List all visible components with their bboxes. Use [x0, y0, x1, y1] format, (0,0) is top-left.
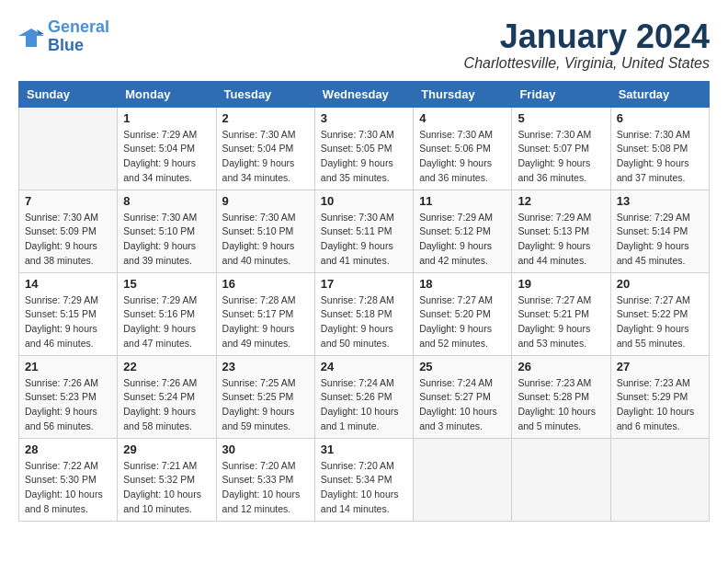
- sunset-text: Sunset: 5:28 PM: [518, 391, 589, 402]
- sunrise-text: Sunrise: 7:30 AM: [123, 212, 197, 223]
- calendar-cell: 27 Sunrise: 7:23 AM Sunset: 5:29 PM Dayl…: [610, 355, 709, 438]
- sunset-text: Sunset: 5:10 PM: [222, 225, 294, 236]
- day-info: Sunrise: 7:30 AM Sunset: 5:08 PM Dayligh…: [617, 128, 703, 186]
- day-info: Sunrise: 7:29 AM Sunset: 5:15 PM Dayligh…: [25, 293, 111, 351]
- daylight-text: Daylight: 9 hours and 47 minutes.: [123, 323, 196, 349]
- day-info: Sunrise: 7:22 AM Sunset: 5:30 PM Dayligh…: [25, 459, 111, 517]
- sunrise-text: Sunrise: 7:29 AM: [123, 294, 197, 305]
- logo: GeneralBlue: [18, 18, 109, 55]
- sunrise-text: Sunrise: 7:22 AM: [25, 460, 98, 471]
- daylight-text: Daylight: 10 hours and 5 minutes.: [518, 406, 596, 431]
- sunrise-text: Sunrise: 7:30 AM: [321, 129, 394, 140]
- sunrise-text: Sunrise: 7:24 AM: [321, 377, 394, 388]
- calendar-week-row: 21 Sunrise: 7:26 AM Sunset: 5:23 PM Dayl…: [19, 355, 710, 438]
- sunrise-text: Sunrise: 7:29 AM: [25, 294, 98, 305]
- day-info: Sunrise: 7:29 AM Sunset: 5:04 PM Dayligh…: [123, 128, 210, 186]
- sunrise-text: Sunrise: 7:30 AM: [518, 129, 591, 140]
- daylight-text: Daylight: 9 hours and 58 minutes.: [123, 406, 196, 431]
- calendar-cell: 10 Sunrise: 7:30 AM Sunset: 5:11 PM Dayl…: [314, 190, 413, 272]
- day-number: 18: [419, 277, 506, 291]
- sunrise-text: Sunrise: 7:29 AM: [123, 129, 197, 140]
- day-number: 28: [25, 442, 111, 456]
- day-info: Sunrise: 7:20 AM Sunset: 5:33 PM Dayligh…: [222, 459, 309, 517]
- sunset-text: Sunset: 5:30 PM: [25, 474, 97, 485]
- weekday-header: Monday: [118, 81, 216, 107]
- day-info: Sunrise: 7:27 AM Sunset: 5:22 PM Dayligh…: [617, 293, 703, 351]
- sunrise-text: Sunrise: 7:29 AM: [518, 212, 591, 223]
- calendar-cell: 16 Sunrise: 7:28 AM Sunset: 5:17 PM Dayl…: [216, 272, 314, 355]
- sunrise-text: Sunrise: 7:27 AM: [419, 294, 493, 305]
- day-number: 30: [222, 442, 309, 456]
- sunrise-text: Sunrise: 7:26 AM: [123, 377, 197, 388]
- sunrise-text: Sunrise: 7:29 AM: [617, 212, 690, 223]
- weekday-header: Thursday: [414, 81, 512, 107]
- calendar-cell: [610, 438, 709, 521]
- sunset-text: Sunset: 5:04 PM: [123, 143, 195, 154]
- sunrise-text: Sunrise: 7:23 AM: [518, 377, 591, 388]
- day-info: Sunrise: 7:30 AM Sunset: 5:09 PM Dayligh…: [25, 211, 111, 269]
- sunset-text: Sunset: 5:26 PM: [321, 391, 392, 402]
- calendar-cell: [414, 438, 512, 521]
- sunset-text: Sunset: 5:21 PM: [518, 308, 589, 319]
- daylight-text: Daylight: 10 hours and 14 minutes.: [321, 488, 399, 514]
- sunrise-text: Sunrise: 7:28 AM: [321, 294, 394, 305]
- daylight-text: Daylight: 9 hours and 53 minutes.: [518, 323, 590, 349]
- sunset-text: Sunset: 5:17 PM: [222, 308, 294, 319]
- weekday-header: Wednesday: [314, 81, 413, 107]
- daylight-text: Daylight: 9 hours and 46 minutes.: [25, 323, 97, 349]
- calendar-cell: 28 Sunrise: 7:22 AM Sunset: 5:30 PM Dayl…: [19, 438, 118, 521]
- day-info: Sunrise: 7:28 AM Sunset: 5:18 PM Dayligh…: [321, 293, 407, 351]
- calendar-week-row: 7 Sunrise: 7:30 AM Sunset: 5:09 PM Dayli…: [19, 190, 710, 272]
- daylight-text: Daylight: 10 hours and 8 minutes.: [25, 488, 103, 514]
- day-number: 26: [518, 360, 604, 373]
- sunset-text: Sunset: 5:10 PM: [123, 225, 195, 236]
- calendar-table: SundayMondayTuesdayWednesdayThursdayFrid…: [18, 81, 710, 522]
- day-number: 3: [321, 111, 407, 125]
- calendar-cell: 5 Sunrise: 7:30 AM Sunset: 5:07 PM Dayli…: [512, 107, 610, 190]
- sunrise-text: Sunrise: 7:30 AM: [222, 212, 296, 223]
- calendar-cell: 24 Sunrise: 7:24 AM Sunset: 5:26 PM Dayl…: [314, 355, 413, 438]
- calendar-cell: 23 Sunrise: 7:25 AM Sunset: 5:25 PM Dayl…: [216, 355, 314, 438]
- daylight-text: Daylight: 9 hours and 34 minutes.: [222, 157, 295, 183]
- calendar-cell: 17 Sunrise: 7:28 AM Sunset: 5:18 PM Dayl…: [314, 272, 413, 355]
- calendar-week-row: 28 Sunrise: 7:22 AM Sunset: 5:30 PM Dayl…: [19, 438, 710, 521]
- day-info: Sunrise: 7:29 AM Sunset: 5:14 PM Dayligh…: [617, 211, 703, 269]
- page-header: GeneralBlue January 2024 Charlottesville…: [18, 18, 710, 72]
- day-number: 17: [321, 277, 407, 291]
- daylight-text: Daylight: 9 hours and 38 minutes.: [25, 240, 97, 266]
- calendar-cell: 6 Sunrise: 7:30 AM Sunset: 5:08 PM Dayli…: [610, 107, 709, 190]
- sunset-text: Sunset: 5:18 PM: [321, 308, 392, 319]
- day-info: Sunrise: 7:26 AM Sunset: 5:24 PM Dayligh…: [123, 376, 210, 434]
- sunrise-text: Sunrise: 7:30 AM: [419, 129, 493, 140]
- day-number: 8: [123, 194, 210, 208]
- day-number: 20: [617, 277, 703, 291]
- calendar-cell: 25 Sunrise: 7:24 AM Sunset: 5:27 PM Dayl…: [414, 355, 512, 438]
- day-number: 23: [222, 360, 309, 373]
- sunset-text: Sunset: 5:25 PM: [222, 391, 294, 402]
- calendar-cell: 2 Sunrise: 7:30 AM Sunset: 5:04 PM Dayli…: [216, 107, 314, 190]
- day-info: Sunrise: 7:23 AM Sunset: 5:28 PM Dayligh…: [518, 376, 604, 434]
- day-number: 29: [123, 442, 210, 456]
- day-info: Sunrise: 7:20 AM Sunset: 5:34 PM Dayligh…: [321, 459, 407, 517]
- calendar-cell: 22 Sunrise: 7:26 AM Sunset: 5:24 PM Dayl…: [118, 355, 216, 438]
- sunset-text: Sunset: 5:15 PM: [25, 308, 97, 319]
- logo-text: GeneralBlue: [48, 18, 109, 55]
- sunset-text: Sunset: 5:29 PM: [617, 391, 688, 402]
- calendar-cell: 8 Sunrise: 7:30 AM Sunset: 5:10 PM Dayli…: [118, 190, 216, 272]
- sunset-text: Sunset: 5:23 PM: [25, 391, 97, 402]
- sunrise-text: Sunrise: 7:21 AM: [123, 460, 197, 471]
- day-info: Sunrise: 7:21 AM Sunset: 5:32 PM Dayligh…: [123, 459, 210, 517]
- weekday-header: Tuesday: [216, 81, 314, 107]
- day-info: Sunrise: 7:26 AM Sunset: 5:23 PM Dayligh…: [25, 376, 111, 434]
- day-info: Sunrise: 7:24 AM Sunset: 5:27 PM Dayligh…: [419, 376, 506, 434]
- sunset-text: Sunset: 5:05 PM: [321, 143, 392, 154]
- day-info: Sunrise: 7:30 AM Sunset: 5:06 PM Dayligh…: [419, 128, 506, 186]
- day-number: 19: [518, 277, 604, 291]
- day-number: 14: [25, 277, 111, 291]
- title-block: January 2024 Charlottesville, Virginia, …: [464, 18, 710, 72]
- sunrise-text: Sunrise: 7:30 AM: [222, 129, 296, 140]
- daylight-text: Daylight: 9 hours and 41 minutes.: [321, 240, 393, 266]
- sunset-text: Sunset: 5:24 PM: [123, 391, 195, 402]
- calendar-cell: 31 Sunrise: 7:20 AM Sunset: 5:34 PM Dayl…: [314, 438, 413, 521]
- sunset-text: Sunset: 5:33 PM: [222, 474, 294, 485]
